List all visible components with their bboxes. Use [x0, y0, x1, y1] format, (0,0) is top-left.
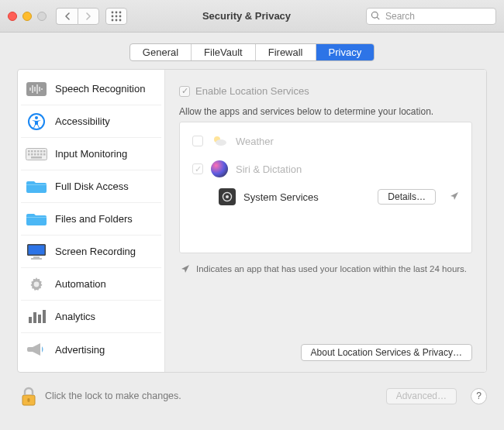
- help-button[interactable]: ?: [471, 388, 487, 404]
- minimize-window-button[interactable]: [22, 12, 32, 21]
- svg-rect-39: [33, 312, 36, 323]
- main-panel: Speech Recognition Accessibility Input M…: [17, 69, 487, 373]
- sidebar-item-advertising[interactable]: Advertising: [21, 333, 161, 366]
- svg-rect-20: [28, 150, 30, 153]
- svg-rect-23: [37, 150, 40, 153]
- svg-point-3: [112, 15, 114, 17]
- search-icon: [371, 11, 381, 21]
- svg-rect-34: [29, 245, 45, 254]
- location-note: Indicates an app that has used your loca…: [179, 264, 472, 275]
- sidebar-item-label: Advertising: [55, 344, 105, 356]
- app-checkbox[interactable]: [192, 136, 203, 146]
- sidebar-item-automation[interactable]: Automation: [21, 268, 161, 301]
- search-wrap: [366, 8, 496, 25]
- svg-rect-31: [43, 153, 46, 156]
- enable-location-label: Enable Location Services: [195, 85, 309, 97]
- close-window-button[interactable]: [8, 12, 17, 21]
- sidebar-item-speech-recognition[interactable]: Speech Recognition: [21, 73, 161, 105]
- sidebar-item-screen-recording[interactable]: Screen Recording: [21, 236, 161, 268]
- back-button[interactable]: [56, 8, 78, 25]
- app-list: Weather Siri & Dictation System Services…: [179, 122, 472, 253]
- monitor-icon: [26, 243, 47, 260]
- window-title: Security & Privacy: [127, 10, 366, 22]
- window-controls: [8, 12, 47, 21]
- svg-point-37: [34, 281, 40, 287]
- svg-rect-32: [31, 157, 42, 159]
- svg-rect-40: [38, 315, 41, 323]
- svg-rect-47: [27, 398, 29, 402]
- svg-point-5: [119, 15, 122, 17]
- folder-icon: [26, 178, 47, 195]
- content-area: Enable Location Services Allow the apps …: [165, 70, 486, 372]
- nav-buttons: [56, 8, 99, 25]
- advanced-button[interactable]: Advanced…: [386, 388, 457, 404]
- gear-dark-icon: [219, 188, 236, 205]
- svg-rect-28: [34, 153, 36, 156]
- svg-rect-26: [28, 153, 30, 156]
- app-row-weather[interactable]: Weather: [180, 127, 471, 155]
- chevron-left-icon: [64, 12, 71, 20]
- svg-point-45: [226, 195, 229, 198]
- grid-icon: [111, 11, 122, 22]
- tab-filevault[interactable]: FileVault: [192, 44, 256, 60]
- app-checkbox[interactable]: [192, 163, 203, 174]
- location-arrow-icon: [181, 264, 190, 275]
- bar-chart-icon: [26, 308, 47, 325]
- keyboard-icon: [26, 146, 47, 163]
- app-label: Weather: [236, 136, 274, 147]
- sidebar-item-label: Input Monitoring: [55, 148, 127, 160]
- show-all-button[interactable]: [105, 8, 127, 25]
- sidebar-item-input-monitoring[interactable]: Input Monitoring: [21, 138, 161, 170]
- search-input[interactable]: [366, 8, 496, 25]
- location-arrow-icon: [450, 191, 459, 203]
- sidebar-item-analytics[interactable]: Analytics: [21, 301, 161, 333]
- forward-button[interactable]: [78, 8, 99, 25]
- lock-message: Click the lock to make changes.: [45, 390, 378, 401]
- weather-icon: [211, 132, 228, 150]
- location-description: Allow the apps and services below to det…: [179, 106, 472, 117]
- app-label: Siri & Dictation: [236, 163, 302, 175]
- footer: Click the lock to make changes. Advanced…: [0, 373, 504, 405]
- zoom-window-button[interactable]: [37, 12, 47, 21]
- lock-icon[interactable]: [20, 387, 37, 405]
- tab-firewall[interactable]: Firewall: [256, 44, 316, 60]
- svg-rect-38: [29, 317, 32, 323]
- siri-icon: [211, 160, 228, 177]
- svg-rect-9: [26, 82, 47, 96]
- accessibility-icon: [26, 113, 47, 130]
- waveform-icon: [26, 81, 47, 98]
- tab-general[interactable]: General: [130, 44, 192, 60]
- sidebar-item-label: Screen Recording: [55, 246, 136, 257]
- sidebar-item-files-and-folders[interactable]: Files and Folders: [21, 203, 161, 236]
- app-row-siri[interactable]: Siri & Dictation: [180, 155, 471, 183]
- sidebar-item-full-disk-access[interactable]: Full Disk Access: [21, 170, 161, 203]
- sidebar-item-accessibility[interactable]: Accessibility: [21, 105, 161, 138]
- app-row-system-services[interactable]: System Services Details…: [180, 183, 471, 211]
- svg-point-18: [35, 116, 38, 119]
- enable-location-checkbox[interactable]: [179, 86, 190, 97]
- svg-point-6: [112, 19, 114, 21]
- svg-rect-35: [33, 256, 40, 258]
- svg-rect-27: [31, 153, 33, 156]
- enable-location-row[interactable]: Enable Location Services: [179, 85, 472, 97]
- titlebar: Security & Privacy: [0, 0, 504, 33]
- svg-point-4: [116, 15, 118, 17]
- details-button[interactable]: Details…: [378, 189, 436, 205]
- svg-point-2: [119, 11, 122, 13]
- svg-point-8: [119, 19, 122, 21]
- svg-rect-21: [31, 150, 33, 153]
- svg-rect-41: [43, 310, 46, 323]
- sidebar-item-label: Full Disk Access: [55, 181, 129, 192]
- sidebar-item-label: Speech Recognition: [55, 83, 145, 95]
- sidebar-item-label: Analytics: [55, 311, 95, 322]
- svg-rect-24: [40, 150, 43, 153]
- sidebar: Speech Recognition Accessibility Input M…: [18, 70, 165, 372]
- sidebar-item-label: Files and Folders: [55, 213, 133, 225]
- location-note-text: Indicates an app that has used your loca…: [196, 264, 467, 275]
- app-label: System Services: [243, 191, 319, 203]
- svg-rect-30: [40, 153, 43, 156]
- megaphone-icon: [26, 341, 47, 358]
- about-location-button[interactable]: About Location Services & Privacy…: [301, 344, 472, 361]
- svg-rect-25: [43, 150, 46, 153]
- tab-privacy[interactable]: Privacy: [316, 44, 375, 60]
